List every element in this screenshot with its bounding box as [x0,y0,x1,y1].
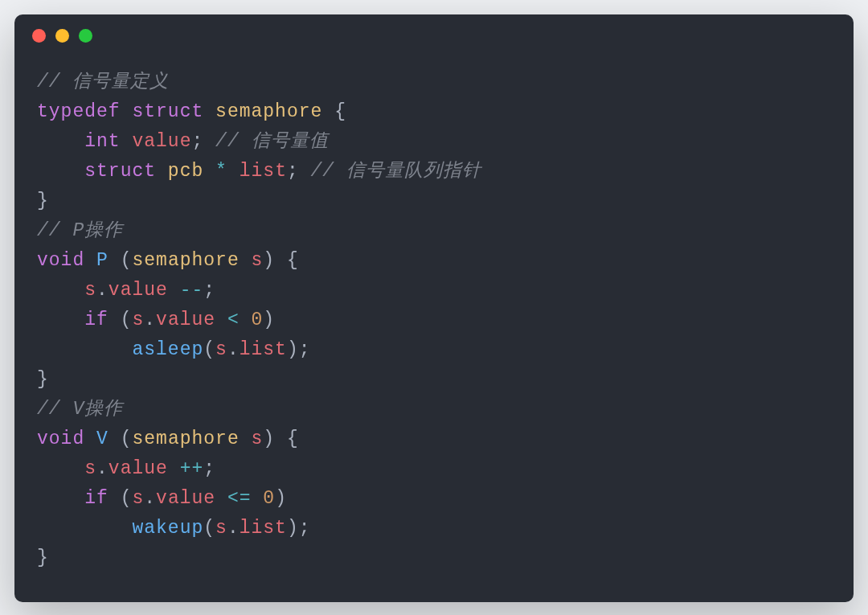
punct-semi: ; [203,458,215,479]
var-list: list [240,518,287,539]
var-s: s [215,339,227,360]
op-star: * [215,161,227,182]
punct-lparen: ( [121,310,133,330]
kw-if: if [84,488,108,509]
kw-struct: struct [132,101,203,122]
punct-lbrace: { [334,101,346,122]
type-semaphore: semaphore [132,250,239,271]
var-s: s [215,518,227,539]
punct-lparen: ( [203,518,215,539]
punct-dot: . [144,310,156,330]
punct-lbrace: { [287,250,299,271]
punct-semi: ; [191,131,203,152]
fn-v: V [96,428,108,449]
punct-lbrace: { [287,428,299,449]
var-s: s [252,428,264,449]
var-list: list [240,339,287,360]
kw-struct: struct [84,161,156,182]
var-s: s [132,488,144,509]
window-titlebar [14,14,854,56]
var-value: value [108,280,168,301]
punct-dot: . [96,458,108,479]
punct-rbrace: } [37,547,49,568]
punct-lparen: ( [121,250,133,271]
punct-semi: ; [299,339,311,360]
kw-void: void [37,250,84,271]
comment-v-op: // V操作 [37,399,123,420]
type-semaphore: semaphore [215,101,322,122]
punct-rparen: ) [275,488,287,509]
zoom-dot[interactable] [79,29,92,43]
comment-semaphore-list: // 信号量队列指针 [311,161,481,182]
var-s: s [84,458,96,479]
kw-void: void [37,428,84,449]
punct-dot: . [144,488,156,509]
var-value: value [132,131,191,152]
punct-rparen: ) [287,518,299,539]
kw-int: int [84,131,120,152]
punct-lparen: ( [121,488,133,509]
punct-lparen: ( [203,339,215,360]
punct-rbrace: } [37,369,49,390]
op-inc: ++ [180,458,204,479]
punct-dot: . [227,339,240,360]
punct-semi: ; [299,518,311,539]
punct-dot: . [227,518,240,539]
var-value: value [108,458,168,479]
op-le: <= [227,488,252,509]
type-pcb: pcb [168,161,203,182]
code-block: // 信号量定义 typedef struct semaphore { int … [14,56,854,602]
num-zero: 0 [263,488,275,509]
comment-semaphore-def: // 信号量定义 [37,72,169,92]
punct-semi: ; [287,161,299,182]
punct-rparen: ) [263,250,275,271]
punct-rparen: ) [263,428,275,449]
code-window: // 信号量定义 typedef struct semaphore { int … [14,14,854,602]
punct-rbrace: } [37,191,49,211]
punct-lparen: ( [121,428,133,449]
punct-rparen: ) [263,310,275,330]
var-s: s [252,250,264,271]
type-semaphore: semaphore [132,428,239,449]
var-s: s [132,310,144,330]
comment-p-op: // P操作 [37,220,123,241]
fn-asleep: asleep [132,339,203,360]
kw-typedef: typedef [37,101,121,122]
close-dot[interactable] [32,29,46,43]
minimize-dot[interactable] [55,29,69,43]
kw-if: if [84,310,108,330]
op-dec: -- [180,280,204,301]
op-lt: < [227,310,240,330]
fn-wakeup: wakeup [132,518,203,539]
punct-semi: ; [203,280,215,301]
var-value: value [156,310,215,330]
comment-semaphore-value: // 信号量值 [215,131,328,152]
var-list: list [240,161,287,182]
num-zero: 0 [252,310,264,330]
fn-p: P [96,250,108,271]
punct-dot: . [96,280,108,301]
punct-rparen: ) [287,339,299,360]
var-s: s [84,280,96,301]
var-value: value [156,488,215,509]
